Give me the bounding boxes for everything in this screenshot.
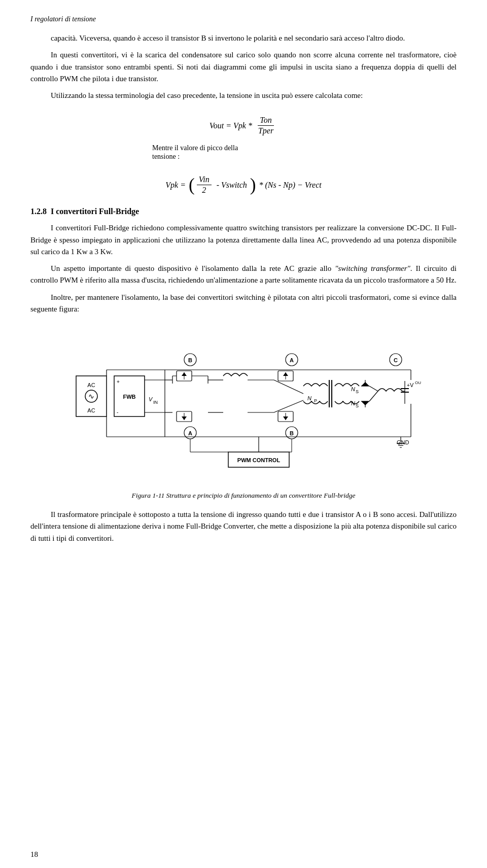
formula-vout-text: Vout = Vpk *	[210, 121, 254, 130]
svg-text:S: S	[356, 403, 359, 408]
svg-text:A: A	[290, 357, 294, 363]
paragraph-1: capacità. Viceversa, quando è acceso il …	[30, 32, 457, 44]
formula-vpk-block: Vpk = ( Vin 2 - Vswitch ) * (Ns - Np) − …	[30, 172, 457, 198]
svg-text:P: P	[314, 398, 317, 403]
svg-text:∿: ∿	[88, 393, 94, 400]
page-number: 18	[30, 850, 38, 859]
svg-text:+: +	[117, 379, 120, 385]
circuit-diagram: AC ∿ AC FWB + - V IN B	[66, 325, 421, 488]
svg-text:-: -	[117, 409, 118, 415]
svg-text:OUT: OUT	[415, 380, 421, 385]
formula-vpk-line: Vpk = ( Vin 2 - Vswitch ) * (Ns - Np) − …	[165, 175, 321, 195]
svg-text:FWB: FWB	[123, 394, 135, 400]
formula-close-paren: )	[250, 178, 256, 193]
svg-text:N: N	[351, 386, 355, 392]
paragraph-3: Utilizzando la stessa terminologia del c…	[30, 90, 457, 101]
formula-mentre-label: Mentre il valore di picco della tensione…	[142, 144, 244, 161]
formula-tper: Tper	[256, 126, 275, 135]
svg-text:A: A	[188, 430, 192, 436]
formula-vswitch: - Vswitch	[217, 181, 247, 190]
formula-vin-2: Vin 2	[197, 175, 212, 195]
svg-text:AC: AC	[87, 407, 95, 413]
svg-text:B: B	[290, 430, 294, 436]
page-header: I regolatori di tensione	[30, 15, 457, 23]
svg-text:B: B	[188, 357, 192, 363]
formula-ton: Ton	[258, 116, 273, 126]
paragraph-5: Un aspetto importante di questo disposit…	[30, 263, 457, 287]
formula-denom-2: 2	[200, 185, 208, 195]
formula-ton-tper: Ton Tper	[256, 116, 275, 135]
svg-text:S: S	[356, 389, 359, 394]
header-title: I regolatori di tensione	[30, 15, 96, 23]
formula-vin: Vin	[197, 175, 212, 185]
svg-text:N: N	[307, 395, 311, 401]
figure-caption: Figura 1-11 Struttura e principio di fun…	[30, 492, 457, 500]
paragraph-7: Il trasformatore principale è sottoposto…	[30, 509, 457, 544]
formula-open-paren: (	[189, 178, 195, 193]
paragraph-6: Inoltre, per mantenere l'isolamento, la …	[30, 292, 457, 316]
paragraph-2: In questi convertitori, vi è la scarica …	[30, 49, 457, 85]
formula-vout-line: Vout = Vpk * Ton Tper	[210, 116, 277, 135]
formula-ns-np: * (Ns - Np) − Vrect	[259, 181, 321, 190]
svg-text:PWM CONTROL: PWM CONTROL	[237, 457, 281, 463]
svg-text:AC: AC	[87, 382, 95, 388]
paragraph-4: I convertitori Full-Bridge richiedono co…	[30, 222, 457, 258]
svg-text:IN: IN	[153, 400, 158, 405]
svg-text:V: V	[410, 382, 414, 388]
formula-vout-block: Vout = Vpk * Ton Tper Mentre il valore d…	[30, 111, 457, 163]
section-title: 1.2.8 I convertitori Full-Bridge	[30, 207, 457, 216]
formula-vpk-equals: Vpk =	[165, 181, 186, 190]
p5-italic: "switching transformer"	[335, 264, 410, 272]
svg-text:GND: GND	[397, 439, 409, 445]
svg-text:C: C	[394, 357, 398, 363]
circuit-diagram-container: AC ∿ AC FWB + - V IN B	[30, 325, 457, 488]
